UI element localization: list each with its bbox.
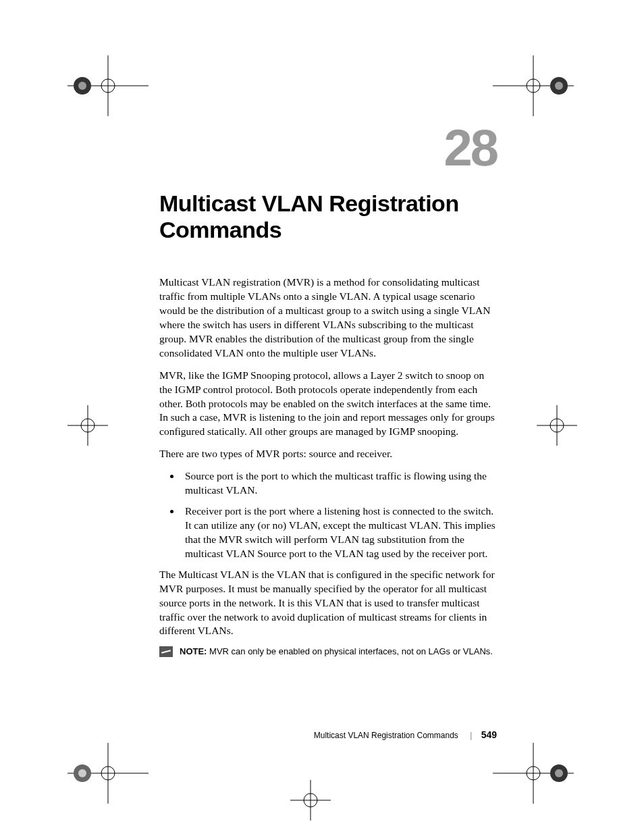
list-item: Source port is the port to which the mul… xyxy=(181,469,497,498)
note-text: MVR can only be enabled on physical inte… xyxy=(207,646,492,656)
crop-mark-icon xyxy=(493,55,574,116)
note-block: NOTE: MVR can only be enabled on physica… xyxy=(159,646,497,658)
footer-separator: | xyxy=(470,731,472,740)
note-icon xyxy=(159,646,173,657)
footer-section: Multicast VLAN Registration Commands xyxy=(314,731,458,740)
paragraph: There are two types of MVR ports: source… xyxy=(159,447,497,461)
list-item: Receiver port is the port where a listen… xyxy=(181,504,497,561)
note-label: NOTE: xyxy=(180,646,207,656)
crop-mark-icon xyxy=(290,780,331,820)
crop-mark-icon xyxy=(68,743,149,804)
crop-mark-icon xyxy=(493,743,574,804)
paragraph: MVR, like the IGMP Snooping protocol, al… xyxy=(159,369,497,440)
chapter-title: Multicast VLAN Registration Commands xyxy=(159,190,497,243)
page-number: 549 xyxy=(481,729,497,740)
svg-point-9 xyxy=(555,82,563,90)
crop-mark-icon xyxy=(68,405,108,446)
chapter-number: 28 xyxy=(159,118,497,177)
paragraph: Multicast VLAN registration (MVR) is a m… xyxy=(159,276,497,361)
crop-mark-icon xyxy=(68,55,149,116)
paragraph: The Multicast VLAN is the VLAN that is c… xyxy=(159,568,497,639)
svg-point-20 xyxy=(78,769,86,777)
svg-point-4 xyxy=(78,82,86,90)
crop-mark-icon xyxy=(537,405,577,446)
svg-point-25 xyxy=(555,769,563,777)
page-footer: Multicast VLAN Registration Commands | 5… xyxy=(159,729,497,740)
